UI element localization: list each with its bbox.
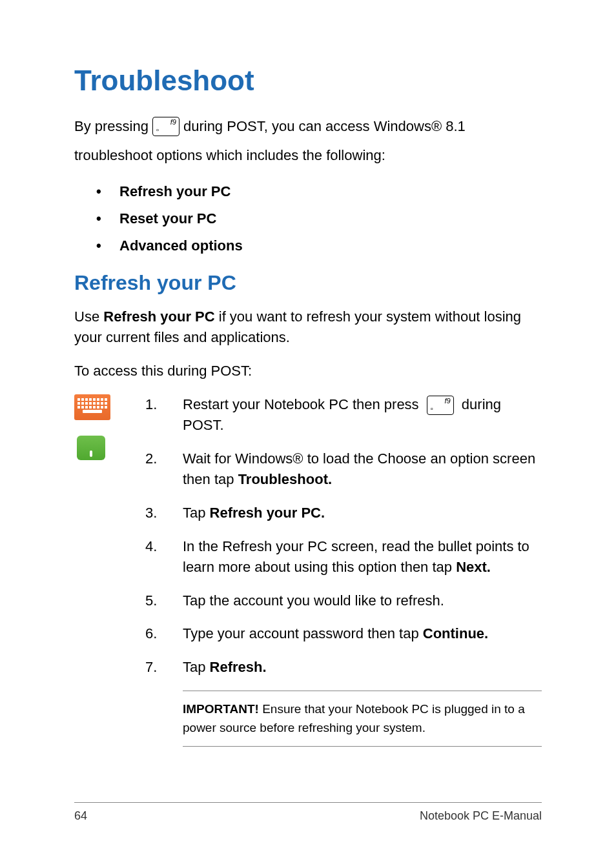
step-6: 6. Type your account password then tap C… [145,623,542,644]
step7-pre: Tap [183,659,210,675]
step-number: 2. [145,449,163,490]
step-text: Restart your Notebook PC then press ▫f9 … [183,394,542,436]
step-text: In the Refresh your PC screen, read the … [183,536,542,578]
f9-key-icon: ▫f9 [427,396,454,415]
step-5: 5. Tap the account you would like to ref… [145,590,542,611]
step-text: Tap the account you would like to refres… [183,590,542,611]
steps-wrapper: 1. Restart your Notebook PC then press ▫… [74,394,542,747]
step-number: 7. [145,657,163,678]
step-number: 6. [145,623,163,644]
page-footer: 64 Notebook PC E-Manual [74,802,542,823]
step3-pre: Tap [183,505,210,521]
step-text: Wait for Windows® to load the Choose an … [183,449,542,490]
step2-bold: Troubleshoot. [238,471,332,487]
icon-column [74,394,126,747]
step-number: 4. [145,536,163,578]
step-4: 4. In the Refresh your PC screen, read t… [145,536,542,578]
key-symbol: ▫ [431,405,433,412]
f9-key-icon: ▫ f9 [152,117,180,136]
page-number: 64 [74,809,87,823]
step-text: Tap Refresh. [183,657,542,678]
step-number: 3. [145,503,163,523]
step-text: Type your account password then tap Cont… [183,623,542,644]
desc-bold: Refresh your PC [103,308,214,325]
intro-pre: By pressing [74,115,149,137]
step6-pre: Type your account password then tap [183,625,423,641]
step-number: 1. [145,394,163,436]
section-subtitle: Refresh your PC [74,271,542,295]
steps-column: 1. Restart your Notebook PC then press ▫… [145,394,542,747]
intro-post: during POST, you can access Windows® 8.1 [183,115,466,137]
step-text: Tap Refresh your PC. [183,503,542,523]
step2-pre: Wait for Windows® to load the Choose an … [183,450,535,487]
options-list: Refresh your PC Reset your PC Advanced o… [74,183,542,254]
step-number: 5. [145,590,163,611]
step7-bold: Refresh. [210,659,267,675]
desc-pre: Use [74,308,103,325]
step-1: 1. Restart your Notebook PC then press ▫… [145,394,542,436]
step6-bold: Continue. [423,625,488,641]
intro-line-1: By pressing ▫ f9 during POST, you can ac… [74,115,542,137]
important-note: IMPORTANT! Ensure that your Notebook PC … [183,691,542,747]
keyboard-icon [74,394,110,420]
step-2: 2. Wait for Windows® to load the Choose … [145,449,542,490]
touchpad-icon [77,436,105,460]
description-paragraph: Use Refresh your PC if you want to refre… [74,307,542,348]
key-label: f9 [445,398,451,405]
page-title: Troubleshoot [74,65,542,97]
step-7: 7. Tap Refresh. [145,657,542,678]
access-line: To access this during POST: [74,361,542,381]
step1-pre: Restart your Notebook PC then press [183,396,423,412]
bullet-refresh: Refresh your PC [74,183,542,200]
doc-title: Notebook PC E-Manual [420,809,542,823]
bullet-reset: Reset your PC [74,210,542,227]
step-3: 3. Tap Refresh your PC. [145,503,542,523]
note-label: IMPORTANT! [183,702,259,716]
intro-line-2: troubleshoot options which includes the … [74,144,542,167]
step3-bold: Refresh your PC. [210,505,325,521]
step4-bold: Next. [456,559,491,575]
key-label: f9 [170,119,176,126]
key-symbol: ▫ [156,126,159,134]
bullet-advanced: Advanced options [74,237,542,254]
